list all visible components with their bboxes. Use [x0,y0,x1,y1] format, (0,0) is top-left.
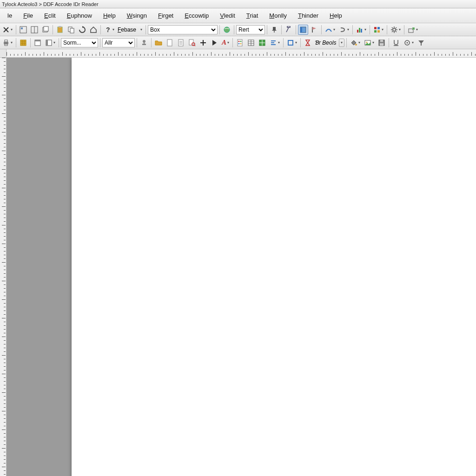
menu-leading-fragment[interactable]: le [2,10,18,21]
rert-select[interactable]: Rert [236,25,265,34]
allr-select[interactable]: Allr [102,38,135,47]
paste-btn[interactable] [55,25,65,35]
svg-rect-39 [144,42,145,44]
green-grid-icon [258,39,266,46]
paint-bucket-icon [350,39,357,46]
menu-help-1[interactable]: Help [98,10,121,21]
ruler-vertical[interactable] [0,58,7,476]
menu-euphnow[interactable]: Euphnow [61,10,98,21]
separator [30,38,31,47]
gear-dropdown-1[interactable] [389,25,402,35]
question-icon: ? [104,26,112,33]
layout-btn-1[interactable] [18,25,28,35]
ruler-corner [0,49,7,58]
menu-firget[interactable]: Firget [152,10,179,21]
stamp-btn[interactable] [139,38,149,48]
home-btn[interactable] [88,25,99,35]
toolbar-2: Sorm... Allr A Ɓr Beols ▾ [0,36,476,49]
layout-btn-2[interactable] [29,25,40,35]
menu-monlly[interactable]: Monlly [264,10,292,21]
menu-wsingn[interactable]: Wsingn [121,10,152,21]
doc-stack-icon [42,26,49,33]
copy-btn[interactable] [66,25,76,35]
circle-dropdown[interactable] [402,38,415,48]
doc-search-btn[interactable] [187,38,197,48]
doc-btn-1[interactable] [165,38,175,48]
svg-rect-6 [58,27,62,33]
grid-toggle[interactable] [18,38,28,48]
menu-help-2[interactable]: Help [324,10,348,21]
table-grid-btn[interactable] [246,38,256,48]
align-dropdown[interactable] [268,38,281,48]
disk-btn[interactable] [377,38,387,48]
pushpin-icon [271,26,278,33]
separator [321,25,322,34]
font-color-icon: A [222,39,226,46]
menu-thinder[interactable]: Thinder [292,10,324,21]
help-dropdown[interactable]: ? [103,25,116,35]
s-dropdown[interactable] [337,25,350,35]
sorm-select[interactable]: Sorm... [61,38,98,47]
copy-icon [67,26,75,33]
svg-rect-26 [5,40,7,42]
close-x-dropdown[interactable] [1,25,14,35]
doc-icon [166,39,173,46]
plus-btn[interactable] [198,38,208,48]
doc-btn-2[interactable] [176,38,186,48]
k-dropdown[interactable] [324,25,337,35]
page-side-icon [45,39,53,46]
gear-icon [390,26,398,33]
green-grid-btn[interactable] [257,38,267,48]
menu-vledit[interactable]: Vledit [214,10,241,21]
panel-btn-1[interactable] [298,25,308,35]
doc-grid-icon [20,26,27,33]
svg-rect-65 [288,40,293,45]
folder-btn[interactable] [153,38,164,48]
doc-color-btn[interactable] [235,38,245,48]
separator [151,38,152,47]
export-icon [408,26,415,33]
funnel-btn[interactable] [416,38,426,48]
object-dropdown[interactable] [285,38,298,48]
separator [137,38,137,47]
color-dropdown[interactable] [372,25,385,35]
document-page[interactable] [72,58,476,476]
svg-rect-28 [20,40,26,46]
underline-btn[interactable] [391,38,401,48]
menu-file[interactable]: File [18,10,39,21]
ruler-horizontal[interactable] [7,49,476,58]
timer-btn[interactable] [303,38,313,48]
separator [283,38,284,47]
layout-btn-3[interactable] [40,25,51,35]
print-dropdown[interactable] [1,38,14,48]
image-dropdown[interactable] [363,38,376,48]
svg-rect-40 [167,40,172,46]
refresh-btn[interactable] [77,25,87,35]
tilde-btn[interactable] [269,25,279,35]
window-title: Tylock Acteolo3 > DDF Accode IDr Reader [2,1,99,7]
fill-dropdown[interactable] [349,38,362,48]
menu-eccowtip[interactable]: Eccowtip [179,10,214,21]
doc-search-icon [188,39,196,46]
menu-triat[interactable]: Triat [241,10,264,21]
chart-dropdown[interactable] [355,25,368,35]
box-select[interactable]: Box [148,25,218,34]
beols-label[interactable]: Ɓr Beols [314,40,338,46]
menu-edit[interactable]: Eclit [39,10,61,21]
export-dropdown[interactable] [406,25,419,35]
canvas-area[interactable] [7,58,476,476]
svg-point-11 [224,27,230,33]
grid-icon [20,39,27,46]
febase-label[interactable]: Febase [117,26,138,33]
globe-btn[interactable] [222,25,232,35]
svg-rect-9 [70,28,74,33]
febase-arrow-icon[interactable]: ▾ [139,27,144,32]
beols-arrow-icon[interactable]: ▾ [339,39,344,47]
separator [300,38,301,47]
play-btn[interactable] [209,38,219,48]
font-color-dropdown[interactable]: A [220,38,231,48]
arrow-up-btn[interactable] [284,25,294,35]
page-layout-btn[interactable] [33,38,43,48]
page-layout-dropdown[interactable] [44,38,57,48]
panel-btn-2[interactable] [309,25,319,35]
